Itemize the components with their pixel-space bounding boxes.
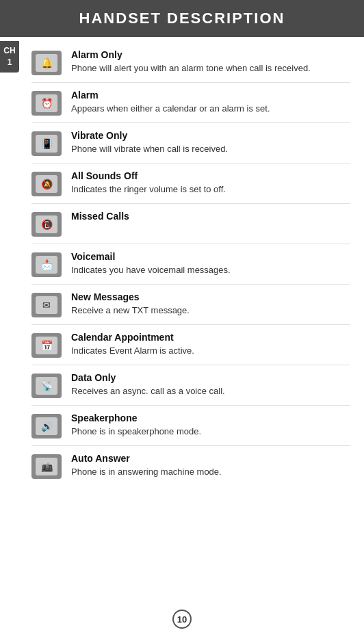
item-desc-alarm-only: Phone will alert you with an alarm tone … (71, 63, 311, 73)
list-item-all-sounds-off: 🔕All Sounds OffIndicates the ringer volu… (31, 170, 350, 204)
auto-answer-icon: 📠 (31, 454, 62, 479)
list-item-auto-answer: 📠Auto AnswerPhone is in answering machin… (31, 453, 350, 486)
item-desc-data-only: Receives an async. call as a voice call. (71, 386, 225, 396)
sounds-off-icon: 🔕 (31, 172, 62, 196)
page-number: 10 (172, 610, 192, 629)
list-item-calendar-appointment: 📅Calendar AppointmentIndicates Event Ala… (31, 332, 350, 365)
item-title-data-only: Data Only (71, 372, 350, 383)
item-text-auto-answer: Auto AnswerPhone is in answering machine… (71, 453, 350, 478)
item-title-speakerphone: Speakerphone (71, 413, 350, 423)
item-desc-all-sounds-off: Indicates the ringer volume is set to of… (71, 184, 226, 194)
item-text-all-sounds-off: All Sounds OffIndicates the ringer volum… (71, 170, 350, 196)
item-text-alarm-only: Alarm OnlyPhone will alert you with an a… (71, 49, 350, 75)
list-item-alarm: ⏰AlarmAppears when either a calendar or … (31, 90, 350, 123)
list-item-missed-calls: 📵Missed Calls (31, 211, 350, 244)
speakerphone-icon-inner: 🔊 (36, 417, 57, 435)
page-footer: 10 (0, 610, 364, 629)
item-text-data-only: Data OnlyReceives an async. call as a vo… (71, 372, 350, 397)
item-text-missed-calls: Missed Calls (71, 211, 350, 223)
content-area: 🔔Alarm OnlyPhone will alert you with an … (0, 37, 364, 534)
item-title-voicemail: Voicemail (71, 251, 350, 262)
item-title-alarm-only: Alarm Only (71, 49, 350, 60)
item-title-missed-calls: Missed Calls (71, 211, 350, 222)
list-item-data-only: 📡Data OnlyReceives an async. call as a v… (31, 372, 350, 406)
item-title-vibrate-only: Vibrate Only (71, 130, 350, 141)
data-only-icon: 📡 (31, 374, 62, 398)
missed-calls-icon: 📵 (31, 212, 62, 237)
item-desc-speakerphone: Phone is in speakerphone mode. (71, 426, 201, 436)
alarm-icon-inner: ⏰ (36, 94, 57, 112)
new-messages-icon-inner: ✉ (36, 296, 57, 314)
vibrate-icon: 📳 (31, 131, 62, 156)
new-messages-icon: ✉ (31, 293, 62, 317)
voicemail-icon-inner: 📩 (36, 256, 57, 274)
list-item-speakerphone: 🔊SpeakerphonePhone is in speakerphone mo… (31, 413, 350, 446)
item-title-new-messages: New Messages (71, 291, 350, 302)
item-text-speakerphone: SpeakerphonePhone is in speakerphone mod… (71, 413, 350, 438)
list-item-alarm-only: 🔔Alarm OnlyPhone will alert you with an … (31, 49, 350, 83)
item-desc-calendar-appointment: Indicates Event Alarm is active. (71, 345, 194, 356)
vibrate-icon-inner: 📳 (36, 135, 57, 153)
chapter-tab: CH1 (0, 41, 19, 73)
auto-answer-icon-inner: 📠 (36, 458, 57, 475)
item-text-vibrate-only: Vibrate OnlyPhone will vibrate when call… (71, 130, 350, 155)
item-desc-auto-answer: Phone is in answering machine mode. (71, 467, 222, 477)
list-item-new-messages: ✉New MessagesReceive a new TXT message. (31, 291, 350, 325)
alarm-icon: ⏰ (31, 91, 62, 116)
calendar-icon-inner: 📅 (36, 337, 57, 354)
voicemail-icon: 📩 (31, 252, 62, 277)
item-text-new-messages: New MessagesReceive a new TXT message. (71, 291, 350, 317)
alarm-only-icon-inner: 🔔 (36, 54, 57, 72)
item-desc-vibrate-only: Phone will vibrate when call is received… (71, 144, 228, 154)
item-text-calendar-appointment: Calendar AppointmentIndicates Event Alar… (71, 332, 350, 357)
alarm-only-icon: 🔔 (31, 51, 62, 75)
item-title-calendar-appointment: Calendar Appointment (71, 332, 350, 343)
sounds-off-icon-inner: 🔕 (36, 175, 57, 193)
item-desc-voicemail: Indicates you have voicemail messages. (71, 265, 231, 275)
data-only-icon-inner: 📡 (36, 377, 57, 395)
item-text-alarm: AlarmAppears when either a calendar or a… (71, 90, 350, 115)
list-item-vibrate-only: 📳Vibrate OnlyPhone will vibrate when cal… (31, 130, 350, 163)
missed-calls-icon-inner: 📵 (36, 215, 57, 233)
page-title: HANDSET DESCRIPTION (79, 10, 285, 27)
item-title-all-sounds-off: All Sounds Off (71, 170, 350, 181)
item-text-voicemail: VoicemailIndicates you have voicemail me… (71, 251, 350, 276)
list-item-voicemail: 📩VoicemailIndicates you have voicemail m… (31, 251, 350, 285)
item-desc-new-messages: Receive a new TXT message. (71, 305, 190, 315)
calendar-icon: 📅 (31, 333, 62, 358)
speakerphone-icon: 🔊 (31, 414, 62, 439)
item-title-auto-answer: Auto Answer (71, 453, 350, 464)
item-desc-alarm: Appears when either a calendar or an ala… (71, 103, 270, 114)
item-title-alarm: Alarm (71, 90, 350, 101)
page-header: HANDSET DESCRIPTION (0, 0, 364, 37)
